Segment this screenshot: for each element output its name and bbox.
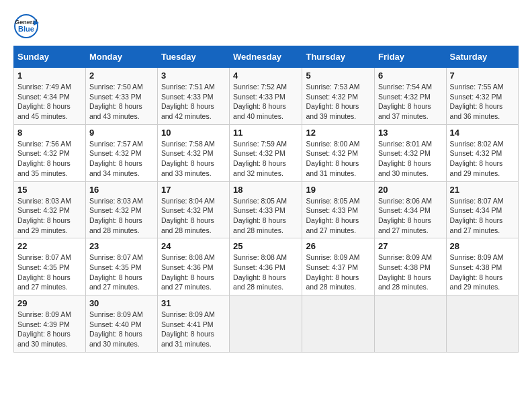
col-header-saturday: Saturday <box>446 46 518 68</box>
calendar-cell: 2 Sunrise: 7:50 AMSunset: 4:33 PMDayligh… <box>85 68 157 125</box>
day-number: 18 <box>233 185 298 195</box>
day-detail: Sunrise: 8:08 AMSunset: 4:36 PMDaylight:… <box>233 253 287 291</box>
day-detail: Sunrise: 8:05 AMSunset: 4:33 PMDaylight:… <box>306 197 359 234</box>
day-detail: Sunrise: 8:06 AMSunset: 4:34 PMDaylight:… <box>378 197 432 234</box>
calendar-cell <box>446 295 518 353</box>
day-number: 24 <box>161 241 226 251</box>
day-detail: Sunrise: 8:07 AMSunset: 4:35 PMDaylight:… <box>89 253 143 291</box>
calendar-cell: 29 Sunrise: 8:09 AMSunset: 4:39 PMDaylig… <box>14 295 86 353</box>
calendar-cell <box>230 295 302 353</box>
calendar-cell: 23 Sunrise: 8:07 AMSunset: 4:35 PMDaylig… <box>85 238 157 295</box>
day-number: 2 <box>89 71 154 81</box>
calendar-cell: 25 Sunrise: 8:08 AMSunset: 4:36 PMDaylig… <box>230 238 302 295</box>
col-header-wednesday: Wednesday <box>230 46 302 68</box>
day-detail: Sunrise: 8:04 AMSunset: 4:32 PMDaylight:… <box>161 197 215 234</box>
day-number: 10 <box>161 128 226 138</box>
calendar-cell: 21 Sunrise: 8:07 AMSunset: 4:34 PMDaylig… <box>446 181 518 238</box>
day-detail: Sunrise: 7:50 AMSunset: 4:33 PMDaylight:… <box>89 83 143 120</box>
calendar-table: SundayMondayTuesdayWednesdayThursdayFrid… <box>13 46 519 353</box>
day-number: 3 <box>161 71 226 81</box>
day-detail: Sunrise: 7:56 AMSunset: 4:32 PMDaylight:… <box>17 140 71 177</box>
calendar-cell: 19 Sunrise: 8:05 AMSunset: 4:33 PMDaylig… <box>302 181 375 238</box>
day-detail: Sunrise: 8:07 AMSunset: 4:34 PMDaylight:… <box>450 197 504 234</box>
day-number: 8 <box>17 128 82 138</box>
day-number: 22 <box>17 241 82 251</box>
day-number: 7 <box>450 71 515 81</box>
calendar-cell: 22 Sunrise: 8:07 AMSunset: 4:35 PMDaylig… <box>14 238 86 295</box>
logo: General Blue <box>13 13 39 39</box>
day-number: 21 <box>450 185 515 195</box>
calendar-cell: 31 Sunrise: 8:09 AMSunset: 4:41 PMDaylig… <box>157 295 229 353</box>
calendar-cell <box>375 295 447 353</box>
calendar-cell: 4 Sunrise: 7:52 AMSunset: 4:33 PMDayligh… <box>230 68 302 125</box>
calendar-cell: 13 Sunrise: 8:01 AMSunset: 4:32 PMDaylig… <box>375 124 447 181</box>
day-number: 25 <box>233 241 298 251</box>
calendar-cell: 30 Sunrise: 8:09 AMSunset: 4:40 PMDaylig… <box>85 295 157 353</box>
day-detail: Sunrise: 7:55 AMSunset: 4:32 PMDaylight:… <box>450 83 504 120</box>
day-number: 4 <box>233 71 298 81</box>
day-number: 11 <box>233 128 298 138</box>
day-number: 13 <box>378 128 443 138</box>
day-number: 23 <box>89 241 154 251</box>
svg-text:Blue: Blue <box>18 25 34 33</box>
day-detail: Sunrise: 8:09 AMSunset: 4:38 PMDaylight:… <box>450 253 504 291</box>
day-detail: Sunrise: 8:09 AMSunset: 4:37 PMDaylight:… <box>306 253 359 291</box>
day-detail: Sunrise: 8:03 AMSunset: 4:32 PMDaylight:… <box>89 197 143 234</box>
calendar-cell: 1 Sunrise: 7:49 AMSunset: 4:34 PMDayligh… <box>14 68 86 125</box>
day-detail: Sunrise: 8:01 AMSunset: 4:32 PMDaylight:… <box>378 140 432 177</box>
col-header-thursday: Thursday <box>302 46 375 68</box>
day-detail: Sunrise: 7:58 AMSunset: 4:32 PMDaylight:… <box>161 140 215 177</box>
day-number: 14 <box>450 128 515 138</box>
day-detail: Sunrise: 7:53 AMSunset: 4:32 PMDaylight:… <box>306 83 359 120</box>
day-detail: Sunrise: 7:52 AMSunset: 4:33 PMDaylight:… <box>233 83 287 120</box>
day-detail: Sunrise: 8:03 AMSunset: 4:32 PMDaylight:… <box>17 197 71 234</box>
day-number: 9 <box>89 128 154 138</box>
calendar-cell: 17 Sunrise: 8:04 AMSunset: 4:32 PMDaylig… <box>157 181 229 238</box>
calendar-cell: 27 Sunrise: 8:09 AMSunset: 4:38 PMDaylig… <box>375 238 447 295</box>
day-number: 26 <box>306 241 371 251</box>
day-number: 28 <box>450 241 515 251</box>
day-number: 6 <box>378 71 443 81</box>
day-number: 5 <box>306 71 371 81</box>
calendar-cell: 6 Sunrise: 7:54 AMSunset: 4:32 PMDayligh… <box>375 68 447 125</box>
day-number: 16 <box>89 185 154 195</box>
day-detail: Sunrise: 8:09 AMSunset: 4:39 PMDaylight:… <box>17 310 71 348</box>
calendar-cell: 14 Sunrise: 8:02 AMSunset: 4:32 PMDaylig… <box>446 124 518 181</box>
calendar-cell <box>302 295 375 353</box>
calendar-cell: 12 Sunrise: 8:00 AMSunset: 4:32 PMDaylig… <box>302 124 375 181</box>
day-number: 29 <box>17 298 82 308</box>
calendar-cell: 5 Sunrise: 7:53 AMSunset: 4:32 PMDayligh… <box>302 68 375 125</box>
day-detail: Sunrise: 8:09 AMSunset: 4:41 PMDaylight:… <box>161 310 215 348</box>
day-number: 27 <box>378 241 443 251</box>
calendar-cell: 7 Sunrise: 7:55 AMSunset: 4:32 PMDayligh… <box>446 68 518 125</box>
day-detail: Sunrise: 7:54 AMSunset: 4:32 PMDaylight:… <box>378 83 432 120</box>
day-detail: Sunrise: 8:02 AMSunset: 4:32 PMDaylight:… <box>450 140 504 177</box>
calendar-cell: 3 Sunrise: 7:51 AMSunset: 4:33 PMDayligh… <box>157 68 229 125</box>
calendar-cell: 9 Sunrise: 7:57 AMSunset: 4:32 PMDayligh… <box>85 124 157 181</box>
day-number: 17 <box>161 185 226 195</box>
col-header-monday: Monday <box>85 46 157 68</box>
calendar-cell: 18 Sunrise: 8:05 AMSunset: 4:33 PMDaylig… <box>230 181 302 238</box>
logo-icon: General Blue <box>13 13 39 39</box>
day-detail: Sunrise: 8:09 AMSunset: 4:40 PMDaylight:… <box>89 310 143 348</box>
day-detail: Sunrise: 7:59 AMSunset: 4:32 PMDaylight:… <box>233 140 287 177</box>
calendar-cell: 11 Sunrise: 7:59 AMSunset: 4:32 PMDaylig… <box>230 124 302 181</box>
day-detail: Sunrise: 7:51 AMSunset: 4:33 PMDaylight:… <box>161 83 215 120</box>
day-number: 30 <box>89 298 154 308</box>
day-number: 31 <box>161 298 226 308</box>
day-detail: Sunrise: 7:57 AMSunset: 4:32 PMDaylight:… <box>89 140 143 177</box>
col-header-sunday: Sunday <box>14 46 86 68</box>
day-number: 20 <box>378 185 443 195</box>
calendar-cell: 20 Sunrise: 8:06 AMSunset: 4:34 PMDaylig… <box>375 181 447 238</box>
page-header: General Blue <box>13 13 519 39</box>
day-detail: Sunrise: 8:00 AMSunset: 4:32 PMDaylight:… <box>306 140 359 177</box>
calendar-cell: 10 Sunrise: 7:58 AMSunset: 4:32 PMDaylig… <box>157 124 229 181</box>
calendar-cell: 15 Sunrise: 8:03 AMSunset: 4:32 PMDaylig… <box>14 181 86 238</box>
calendar-cell: 24 Sunrise: 8:08 AMSunset: 4:36 PMDaylig… <box>157 238 229 295</box>
day-detail: Sunrise: 8:08 AMSunset: 4:36 PMDaylight:… <box>161 253 215 291</box>
col-header-friday: Friday <box>375 46 447 68</box>
calendar-cell: 16 Sunrise: 8:03 AMSunset: 4:32 PMDaylig… <box>85 181 157 238</box>
calendar-cell: 26 Sunrise: 8:09 AMSunset: 4:37 PMDaylig… <box>302 238 375 295</box>
day-detail: Sunrise: 8:07 AMSunset: 4:35 PMDaylight:… <box>17 253 71 291</box>
day-number: 19 <box>306 185 371 195</box>
